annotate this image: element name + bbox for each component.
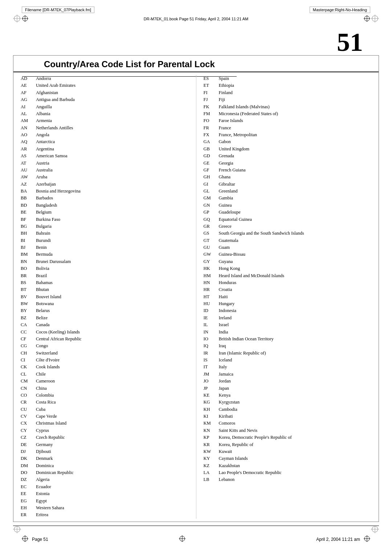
table-row: ASAmerican Samoa bbox=[21, 153, 192, 159]
table-row: BZBelize bbox=[21, 315, 192, 321]
country-code: CM bbox=[21, 378, 36, 385]
country-code: BA bbox=[21, 188, 36, 195]
country-code: KR bbox=[204, 441, 219, 448]
country-name: Chile bbox=[36, 371, 46, 378]
country-code: ES bbox=[204, 75, 219, 82]
country-code: GN bbox=[204, 202, 219, 209]
country-name: Congo bbox=[36, 343, 48, 349]
table-row: KPKorea, Democratic People's Republic of bbox=[204, 434, 375, 441]
table-row: HUHungary bbox=[204, 300, 375, 307]
country-name: Korea, Democratic People's Republic of bbox=[219, 434, 292, 441]
country-code: CF bbox=[21, 336, 36, 343]
country-name: Cook Islands bbox=[36, 364, 60, 370]
country-code: BI bbox=[21, 237, 36, 244]
country-name: Georgia bbox=[219, 160, 233, 167]
country-name: Ethiopia bbox=[219, 82, 234, 89]
country-name: Cambodia bbox=[219, 406, 237, 413]
country-code: BE bbox=[21, 209, 36, 216]
country-code: GT bbox=[204, 237, 219, 244]
country-code: AT bbox=[21, 160, 36, 167]
table-row: GPGuadeloupe bbox=[204, 209, 375, 216]
table-row: AOAngola bbox=[21, 131, 192, 138]
country-name: Greenland bbox=[219, 188, 238, 195]
table-row: CZCzech Republic bbox=[21, 434, 192, 441]
country-code: ET bbox=[204, 82, 219, 89]
country-name: Djibouti bbox=[36, 448, 51, 455]
country-code: AN bbox=[21, 125, 36, 131]
country-code: JP bbox=[204, 385, 219, 392]
country-name: Anguilla bbox=[36, 104, 52, 110]
country-name: Bouvet Island bbox=[36, 293, 61, 300]
country-code: BF bbox=[21, 216, 36, 223]
country-code: BT bbox=[21, 286, 36, 293]
country-name: Ghana bbox=[219, 174, 231, 181]
country-code: CO bbox=[21, 392, 36, 399]
table-row: CRCosta Rica bbox=[21, 399, 192, 406]
country-name: Antigua and Barbuda bbox=[36, 96, 75, 103]
country-code: BW bbox=[21, 300, 36, 307]
table-row: JMJamaica bbox=[204, 371, 375, 378]
country-name: Iceland bbox=[219, 357, 232, 364]
country-code: AD bbox=[21, 75, 36, 82]
country-name: Guyana bbox=[219, 258, 233, 265]
table-row: KYCayman Islands bbox=[204, 455, 375, 462]
country-name: South Georgia and the South Sandwich Isl… bbox=[219, 230, 304, 237]
country-code: IQ bbox=[204, 343, 219, 349]
header-subbar: DR-M7EK_01.book Page 51 Friday, April 2,… bbox=[0, 15, 392, 25]
table-row: BBBarbados bbox=[21, 195, 192, 202]
country-name: Grenada bbox=[219, 153, 234, 159]
table-row: IDIndonesia bbox=[204, 307, 375, 314]
table-row: IOBritish Indian Ocean Territory bbox=[204, 336, 375, 343]
table-row: AIAnguilla bbox=[21, 104, 192, 110]
country-code: AW bbox=[21, 174, 36, 181]
table-row: FMMicronesia (Federated States of) bbox=[204, 110, 375, 117]
country-name: Costa Rica bbox=[36, 399, 56, 406]
table-row: BHBahrain bbox=[21, 230, 192, 237]
crosshair-footer-right-icon bbox=[364, 535, 370, 543]
country-name: Equatorial Guinea bbox=[219, 216, 252, 223]
country-name: Gabon bbox=[219, 138, 231, 145]
country-code: FJ bbox=[204, 96, 219, 103]
country-name: Croatia bbox=[219, 286, 232, 293]
country-name: Gibraltar bbox=[219, 181, 235, 188]
country-code: BB bbox=[21, 195, 36, 202]
country-name: Canada bbox=[36, 321, 49, 328]
table-row: BEBelgium bbox=[21, 209, 192, 216]
table-row: ECEcuador bbox=[21, 483, 192, 490]
country-name: Finland bbox=[219, 89, 233, 96]
country-code: EC bbox=[21, 483, 36, 490]
country-name: American Samoa bbox=[36, 153, 67, 159]
country-code: ER bbox=[21, 511, 36, 518]
country-code: BJ bbox=[21, 244, 36, 251]
country-name: Côte d'Ivoire bbox=[36, 357, 60, 364]
country-name: Colombia bbox=[36, 392, 54, 399]
country-code: BH bbox=[21, 230, 36, 237]
country-name: Bhutan bbox=[36, 286, 49, 293]
table-row: DEGermany bbox=[21, 441, 192, 448]
crosshair-right-icon bbox=[364, 15, 370, 23]
header-bar: Filename [DR-M7EK_07Playback.fm] Masterp… bbox=[0, 0, 392, 15]
country-name: Belgium bbox=[36, 209, 52, 216]
country-code: GU bbox=[204, 244, 219, 251]
country-code: BG bbox=[21, 223, 36, 230]
country-name: Burkina Faso bbox=[36, 216, 60, 223]
country-name: Cameroon bbox=[36, 378, 55, 385]
table-row: ALAlbania bbox=[21, 110, 192, 117]
country-code: CY bbox=[21, 427, 36, 434]
country-name: Antarctica bbox=[36, 138, 55, 145]
table-row: KNSaint Kitts and Nevis bbox=[204, 427, 375, 434]
country-code: IO bbox=[204, 336, 219, 343]
country-name: Albania bbox=[36, 110, 50, 117]
table-row: FRFrance bbox=[204, 125, 375, 131]
table-row: ILIsrael bbox=[204, 321, 375, 328]
footer-date-label: April 2, 2004 11:21 am bbox=[316, 537, 360, 542]
country-code: GL bbox=[204, 188, 219, 195]
country-code: CX bbox=[21, 420, 36, 427]
country-code: KM bbox=[204, 420, 219, 427]
country-name: Saint Kitts and Nevis bbox=[219, 427, 258, 434]
country-name: Iran (Islamic Republic of) bbox=[219, 350, 266, 357]
country-code: AM bbox=[21, 117, 36, 124]
country-name: Azerbaijan bbox=[36, 181, 56, 188]
country-code: GI bbox=[204, 181, 219, 188]
table-row: GIGibraltar bbox=[204, 181, 375, 188]
